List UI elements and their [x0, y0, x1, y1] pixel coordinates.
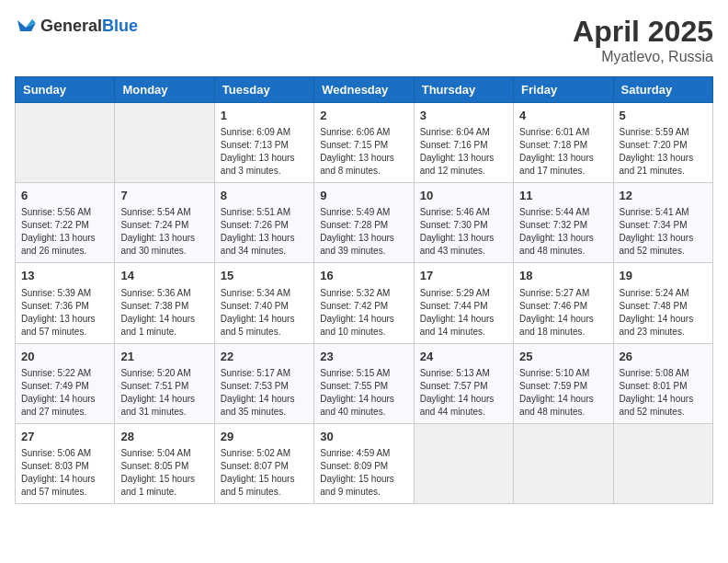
day-info-text: Sunrise: 6:04 AM: [420, 126, 507, 139]
calendar-cell: 12Sunrise: 5:41 AMSunset: 7:34 PMDayligh…: [613, 183, 712, 263]
calendar-cell: 16Sunrise: 5:32 AMSunset: 7:42 PMDayligh…: [314, 263, 414, 343]
day-info-text: Sunrise: 5:36 AM: [120, 287, 208, 300]
calendar-cell: [613, 423, 712, 503]
calendar-cell: 20Sunrise: 5:22 AMSunset: 7:49 PMDayligh…: [16, 343, 115, 423]
day-info-text: Sunrise: 6:01 AM: [519, 126, 607, 139]
day-number: 24: [420, 349, 507, 365]
day-info-text: Daylight: 14 hours and 52 minutes.: [620, 393, 707, 419]
calendar-cell: 2Sunrise: 6:06 AMSunset: 7:15 PMDaylight…: [314, 103, 414, 183]
day-info-text: Sunrise: 5:17 AM: [221, 367, 308, 380]
day-number: 16: [320, 268, 407, 284]
day-info-text: Sunset: 8:01 PM: [620, 380, 707, 393]
calendar-location: Myatlevo, Russia: [573, 49, 713, 65]
day-info-text: Daylight: 14 hours and 23 minutes.: [620, 313, 707, 339]
day-info-text: Sunrise: 5:56 AM: [21, 206, 108, 219]
calendar-cell: [115, 103, 214, 183]
calendar-cell: 15Sunrise: 5:34 AMSunset: 7:40 PMDayligh…: [214, 263, 313, 343]
day-info-text: Sunset: 7:46 PM: [519, 300, 607, 313]
calendar-cell: 7Sunrise: 5:54 AMSunset: 7:24 PMDaylight…: [115, 183, 214, 263]
weekday-header-friday: Friday: [514, 77, 613, 103]
calendar-title: April 2025: [573, 15, 713, 49]
day-info-text: Daylight: 13 hours and 57 minutes.: [21, 313, 108, 339]
day-info-text: Sunrise: 5:46 AM: [420, 206, 507, 219]
day-info-text: Sunset: 8:03 PM: [21, 460, 108, 473]
weekday-header-thursday: Thursday: [414, 77, 513, 103]
day-info-text: Daylight: 13 hours and 3 minutes.: [221, 152, 308, 178]
day-info-text: Sunset: 7:57 PM: [420, 380, 507, 393]
day-info-text: Sunrise: 5:29 AM: [420, 287, 507, 300]
day-info-text: Sunrise: 5:15 AM: [320, 367, 407, 380]
day-info-text: Daylight: 14 hours and 40 minutes.: [320, 393, 407, 419]
day-info-text: Daylight: 13 hours and 52 minutes.: [620, 232, 707, 258]
day-info-text: Sunrise: 5:39 AM: [21, 287, 108, 300]
day-info-text: Sunrise: 5:24 AM: [620, 287, 707, 300]
day-info-text: Sunrise: 5:49 AM: [320, 206, 407, 219]
day-info-text: Sunrise: 5:54 AM: [120, 206, 208, 219]
weekday-header-monday: Monday: [115, 77, 214, 103]
day-info-text: Sunset: 7:51 PM: [120, 380, 208, 393]
page-header: GeneralBlue April 2025 Myatlevo, Russia: [15, 15, 713, 65]
day-info-text: Daylight: 13 hours and 39 minutes.: [320, 232, 407, 258]
calendar-cell: 10Sunrise: 5:46 AMSunset: 7:30 PMDayligh…: [414, 183, 513, 263]
calendar-cell: 17Sunrise: 5:29 AMSunset: 7:44 PMDayligh…: [414, 263, 513, 343]
day-info-text: Sunrise: 5:22 AM: [21, 367, 108, 380]
logo-icon: [15, 15, 37, 37]
day-number: 25: [519, 349, 607, 365]
day-number: 26: [620, 349, 707, 365]
day-info-text: Daylight: 13 hours and 30 minutes.: [120, 232, 208, 258]
calendar-cell: 5Sunrise: 5:59 AMSunset: 7:20 PMDaylight…: [613, 103, 712, 183]
calendar-cell: 8Sunrise: 5:51 AMSunset: 7:26 PMDaylight…: [214, 183, 313, 263]
day-number: 5: [620, 108, 707, 124]
calendar-cell: 28Sunrise: 5:04 AMSunset: 8:05 PMDayligh…: [115, 423, 214, 503]
calendar-cell: 9Sunrise: 5:49 AMSunset: 7:28 PMDaylight…: [314, 183, 414, 263]
calendar-cell: 29Sunrise: 5:02 AMSunset: 8:07 PMDayligh…: [214, 423, 313, 503]
day-info-text: Daylight: 14 hours and 27 minutes.: [21, 393, 108, 419]
calendar-week-row: 6Sunrise: 5:56 AMSunset: 7:22 PMDaylight…: [16, 183, 713, 263]
calendar-cell: 1Sunrise: 6:09 AMSunset: 7:13 PMDaylight…: [214, 103, 313, 183]
calendar-cell: 4Sunrise: 6:01 AMSunset: 7:18 PMDaylight…: [514, 103, 613, 183]
day-number: 19: [620, 268, 707, 284]
calendar-week-row: 1Sunrise: 6:09 AMSunset: 7:13 PMDaylight…: [16, 103, 713, 183]
day-number: 21: [120, 349, 208, 365]
day-number: 10: [420, 188, 507, 204]
day-number: 13: [21, 268, 108, 284]
day-info-text: Sunset: 7:55 PM: [320, 380, 407, 393]
day-info-text: Sunset: 7:40 PM: [221, 300, 308, 313]
calendar-cell: 13Sunrise: 5:39 AMSunset: 7:36 PMDayligh…: [16, 263, 115, 343]
day-info-text: Daylight: 14 hours and 5 minutes.: [221, 313, 308, 339]
day-info-text: Daylight: 14 hours and 44 minutes.: [420, 393, 507, 419]
day-number: 1: [221, 108, 308, 124]
day-info-text: Sunrise: 6:06 AM: [320, 126, 407, 139]
calendar-cell: 23Sunrise: 5:15 AMSunset: 7:55 PMDayligh…: [314, 343, 414, 423]
calendar-cell: 6Sunrise: 5:56 AMSunset: 7:22 PMDaylight…: [16, 183, 115, 263]
day-info-text: Sunset: 7:49 PM: [21, 380, 108, 393]
day-number: 17: [420, 268, 507, 284]
day-info-text: Sunset: 7:24 PM: [120, 219, 208, 232]
day-info-text: Sunrise: 5:08 AM: [620, 367, 707, 380]
day-info-text: Daylight: 13 hours and 17 minutes.: [519, 152, 607, 178]
day-info-text: Sunrise: 5:32 AM: [320, 287, 407, 300]
day-number: 8: [221, 188, 308, 204]
day-info-text: Sunset: 7:48 PM: [620, 300, 707, 313]
day-info-text: Daylight: 13 hours and 21 minutes.: [620, 152, 707, 178]
day-info-text: Sunrise: 5:34 AM: [221, 287, 308, 300]
day-info-text: Sunrise: 5:59 AM: [620, 126, 707, 139]
calendar-table: SundayMondayTuesdayWednesdayThursdayFrid…: [15, 76, 713, 504]
day-info-text: Daylight: 14 hours and 35 minutes.: [221, 393, 308, 419]
day-number: 7: [120, 188, 208, 204]
day-info-text: Sunset: 8:05 PM: [120, 460, 208, 473]
day-number: 14: [120, 268, 208, 284]
day-info-text: Daylight: 13 hours and 26 minutes.: [21, 232, 108, 258]
day-number: 28: [120, 429, 208, 445]
day-info-text: Daylight: 14 hours and 18 minutes.: [519, 313, 607, 339]
day-info-text: Sunrise: 5:44 AM: [519, 206, 607, 219]
day-info-text: Daylight: 13 hours and 48 minutes.: [519, 232, 607, 258]
day-info-text: Daylight: 13 hours and 12 minutes.: [420, 152, 507, 178]
day-info-text: Daylight: 13 hours and 43 minutes.: [420, 232, 507, 258]
calendar-cell: 18Sunrise: 5:27 AMSunset: 7:46 PMDayligh…: [514, 263, 613, 343]
calendar-cell: 25Sunrise: 5:10 AMSunset: 7:59 PMDayligh…: [514, 343, 613, 423]
logo-blue-text: Blue: [102, 17, 138, 35]
weekday-header-row: SundayMondayTuesdayWednesdayThursdayFrid…: [16, 77, 713, 103]
day-number: 4: [519, 108, 607, 124]
day-info-text: Sunset: 7:30 PM: [420, 219, 507, 232]
